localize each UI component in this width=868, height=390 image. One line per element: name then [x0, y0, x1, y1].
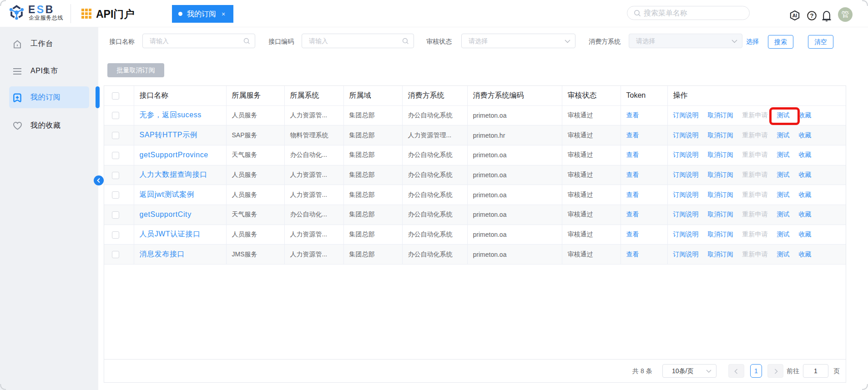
svg-text:?: ? — [810, 12, 814, 19]
svg-text:AI: AI — [792, 13, 797, 18]
